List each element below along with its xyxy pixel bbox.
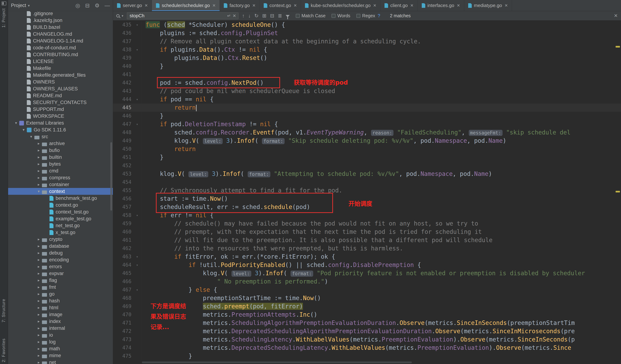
locate-file-icon[interactable]: ◎ [75,3,80,8]
tree-item[interactable]: ▸hash [8,297,113,304]
tool-button-favorites[interactable]: 2: Favorites [1,338,6,362]
close-find-bar-icon[interactable]: ✕ [614,13,618,18]
line-number[interactable]: 444 [113,95,133,104]
code-line[interactable]: 450 return [113,145,621,153]
line-number[interactable]: 438 [113,46,133,54]
line-number[interactable]: 473 [113,335,133,344]
code-line[interactable]: 447▾ if pod.DeletionTimestamp != nil { [113,120,621,128]
code-line[interactable]: 470 metrics.PreemptionAttempts.Inc() [113,311,621,319]
collapse-icon[interactable]: ▾ [13,121,19,125]
code-line[interactable]: 443 // pod could be nil when schedulerQu… [113,87,621,95]
code-line[interactable]: 439 plugins.Data().Ctx.Reset() [113,54,621,62]
tree-item[interactable]: ▸errors [8,263,113,270]
code-line[interactable]: 468 preemptionStartTime := time.Now() [113,294,621,302]
line-number[interactable]: 440 [113,62,133,70]
expand-icon[interactable]: ▸ [35,155,42,159]
expand-icon[interactable]: ▸ [35,319,42,324]
line-number[interactable]: 466 [113,277,133,286]
tree-item[interactable]: net_test.go [8,222,113,229]
tree-item[interactable]: ▸expvar [8,270,113,277]
tree-item[interactable]: .kazelcfg.json [8,17,113,24]
code-line[interactable]: 435▾func (sched *Scheduler) scheduleOne(… [113,21,621,29]
close-tab-icon[interactable]: ✕ [504,3,508,8]
expand-icon[interactable]: ▸ [35,148,42,153]
line-number[interactable]: 462 [113,244,133,253]
line-number[interactable]: 459 [113,219,133,228]
code-line[interactable]: 464▾ if !util.PodPriorityEnabled() || sc… [113,261,621,269]
fold-icon[interactable]: ▾ [133,46,141,54]
line-number[interactable]: 467 [113,286,133,294]
tree-item[interactable]: ▸index [8,318,113,325]
line-number[interactable]: 470 [113,311,133,319]
fold-icon[interactable]: ▾ [133,261,141,269]
tree-item[interactable]: ▸net [8,359,113,364]
collapse-all-icon[interactable]: ⊟ [85,3,90,8]
code-line[interactable]: 451 } [113,153,621,161]
clear-search-icon[interactable]: ✕ [233,13,236,18]
code-line[interactable]: 471 metrics.SchedulingAlgorithmPremption… [113,319,621,327]
tree-item[interactable]: x_test.go [8,229,113,236]
code-line[interactable]: 437 // Remove all plugin context data at… [113,37,621,46]
code-line[interactable]: 444▾ if pod == nil { [113,95,621,104]
regex-help-icon[interactable]: ? [378,13,380,18]
code-line[interactable]: 460 // preempt, with the expectation tha… [113,228,621,236]
tree-item[interactable]: ▾context [8,188,113,195]
line-number[interactable]: 456 [113,195,133,203]
expand-icon[interactable]: ▸ [35,264,42,269]
expand-icon[interactable]: ▸ [35,182,42,187]
close-tab-icon[interactable]: ✕ [293,3,297,8]
tree-item[interactable]: CHANGELOG-1.14.md [8,37,113,44]
code-line[interactable]: 436 plugins := sched.config.PluginSet [113,29,621,37]
tree-scrollbar[interactable] [110,142,112,211]
collapse-icon[interactable]: ▾ [20,128,27,132]
search-input[interactable] [129,13,225,19]
editor-tab[interactable]: factory.go✕ [220,0,260,11]
line-number[interactable]: 460 [113,228,133,236]
stripe-mark[interactable] [616,46,620,48]
code-line[interactable]: 465 klog.V( level: 3).Infof( format: "Po… [113,269,621,277]
expand-icon[interactable]: ▸ [35,340,42,344]
expand-icon[interactable]: ▸ [35,271,42,276]
code-line[interactable]: 438▾ if plugins.Data().Ctx != nil { [113,46,621,54]
expand-icon[interactable]: ▸ [35,347,42,351]
expand-icon[interactable]: ▸ [35,278,42,282]
code-line[interactable]: 472 metrics.DeprecatedSchedulingAlgorith… [113,327,621,335]
tree-item[interactable]: ▾src [8,133,113,140]
tool-button-project[interactable]: 1: Project [1,8,6,28]
code-line[interactable]: 441 [113,70,621,79]
tree-item[interactable]: ▸cmd [8,167,113,174]
line-number[interactable]: 435 [113,21,133,29]
line-number[interactable]: 464 [113,261,133,269]
exclude-occurrence-icon[interactable]: ⊟ [270,13,274,19]
tree-item[interactable]: LICENSE [8,58,113,65]
collapse-icon[interactable]: ▾ [28,135,34,139]
close-tab-icon[interactable]: ✕ [410,3,414,8]
expand-icon[interactable]: ▸ [35,141,42,146]
newline-icon[interactable]: ↵ [227,13,231,18]
tree-item[interactable]: benchmark_test.go [8,195,113,202]
settings-gear-icon[interactable]: ⚙ [95,3,100,8]
tree-item[interactable]: ▸builtin [8,154,113,161]
line-number[interactable]: 453 [113,170,133,178]
expand-icon[interactable]: ▸ [35,360,42,364]
editor-tab[interactable]: interfaces.go✕ [418,0,464,11]
code-line[interactable]: 459 // schedule() may have failed becaus… [113,219,621,228]
line-number[interactable]: 443 [113,87,133,95]
line-number[interactable]: 454 [113,178,133,186]
tree-item[interactable]: ▸compress [8,174,113,181]
tree-item[interactable]: WORKSPACE [8,113,113,120]
editor-tab[interactable]: scheduler/scheduler.go✕ [152,0,220,11]
tool-button-structure[interactable]: 7: Structure [1,299,6,322]
expand-icon[interactable]: ▸ [35,169,42,173]
tree-item[interactable]: Makefile [8,65,113,72]
tree-item[interactable]: SUPPORT.md [8,106,113,113]
tree-item[interactable]: ▸fmt [8,284,113,291]
tree-item[interactable]: ▸encoding [8,256,113,263]
code-line[interactable]: 442 pod := sched.config.NextPod() [113,79,621,87]
code-line[interactable]: 474 metrics.DeprecatedSchedulingLatency.… [113,344,621,352]
line-number[interactable]: 450 [113,145,133,153]
tree-item[interactable]: OWNERS [8,78,113,85]
code-line[interactable]: 475 } [113,352,621,360]
tree-item[interactable]: .gitignore [8,11,113,17]
expand-icon[interactable]: ▸ [35,299,42,303]
